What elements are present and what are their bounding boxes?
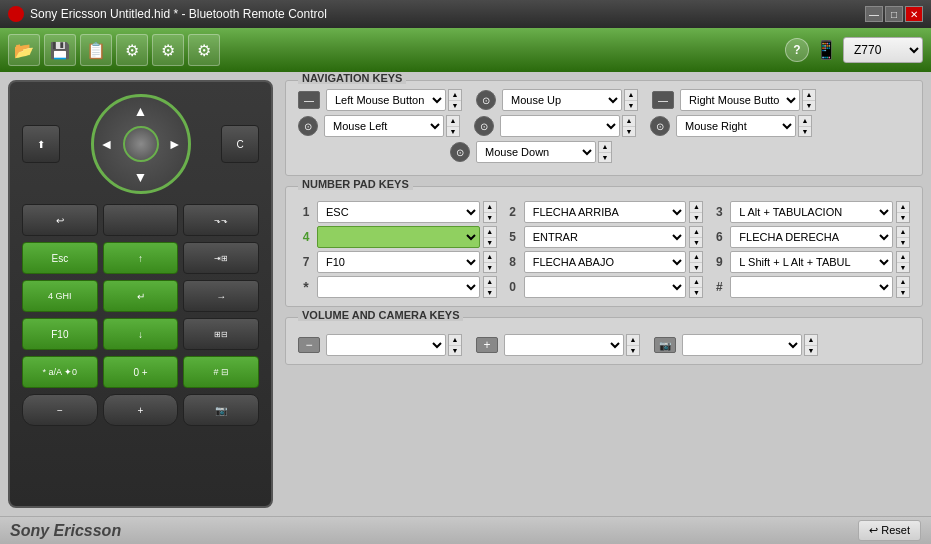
mouse-right-select[interactable]: Mouse Right — [676, 115, 796, 137]
md-spin[interactable]: ▲▼ — [598, 141, 612, 163]
numpad-label-3: 3 — [711, 205, 727, 219]
numpad-cell-0: 0 ▲▼ — [505, 276, 704, 298]
phone-row-1: ↩ ⬎⬎ — [22, 204, 259, 236]
saveas-button[interactable]: 📋 — [80, 34, 112, 66]
phone-up-btn[interactable]: ↑ — [103, 242, 179, 274]
phone-esc-btn[interactable]: Esc — [22, 242, 98, 274]
nav-keys-section: NAVIGATION KEYS — Left Mouse Button ▲▼ ⊙… — [285, 80, 923, 176]
device-select[interactable]: Z770 — [843, 37, 923, 63]
vol-up-group: ▲▼ — [504, 334, 640, 356]
numpad-0-spin[interactable]: ▲▼ — [689, 276, 703, 298]
phone-star-btn[interactable]: * a/A ✦0 — [22, 356, 98, 388]
nav-up-arrow: ▲ — [134, 103, 148, 119]
numpad-star-select[interactable] — [317, 276, 480, 298]
camera-group: ▲▼ — [682, 334, 818, 356]
nav-dropdown-group-rmb: Right Mouse Button ▲▼ — [680, 89, 816, 111]
phone-0plus-btn[interactable]: 0 + — [103, 356, 179, 388]
save-button[interactable]: 💾 — [44, 34, 76, 66]
numpad-star-spin[interactable]: ▲▼ — [483, 276, 497, 298]
phone-newtab-btn[interactable]: ⇥⊞ — [183, 242, 259, 274]
phone-hash-btn[interactable]: # ⊟ — [183, 356, 259, 388]
nav-center-btn[interactable] — [123, 126, 159, 162]
phone-4ghi-btn[interactable]: 4 GHI — [22, 280, 98, 312]
right-mouse-button-select[interactable]: Right Mouse Button — [680, 89, 800, 111]
phone-btn-c[interactable]: C — [221, 125, 259, 163]
numpad-9-spin[interactable]: ▲▼ — [896, 251, 910, 273]
numpad-hash-spin[interactable]: ▲▼ — [896, 276, 910, 298]
phone-icon: 📱 — [815, 39, 837, 61]
numpad-cell-6: 6 FLECHA DERECHA ▲▼ — [711, 226, 910, 248]
numpad-5-spin[interactable]: ▲▼ — [689, 226, 703, 248]
numpad-5-select[interactable]: ENTRAR — [524, 226, 687, 248]
phone-tab-btn[interactable]: ⬎⬎ — [183, 204, 259, 236]
minimize-button[interactable]: — — [865, 6, 883, 22]
numpad-label-0: 0 — [505, 280, 521, 294]
phone-f10-btn[interactable]: F10 — [22, 318, 98, 350]
numpad-4-select[interactable] — [317, 226, 480, 248]
numpad-3-select[interactable]: L Alt + TABULACION — [730, 201, 893, 223]
numpad-title: NUMBER PAD KEYS — [298, 178, 413, 190]
vol-row: − ▲▼ + ▲▼ 📷 ▲▼ — [298, 334, 910, 356]
settings2-button[interactable]: ⚙ — [152, 34, 184, 66]
numpad-3-spin[interactable]: ▲▼ — [896, 201, 910, 223]
right-panel: NAVIGATION KEYS — Left Mouse Button ▲▼ ⊙… — [285, 80, 923, 508]
help-button[interactable]: ? — [785, 38, 809, 62]
open-button[interactable]: 📂 — [8, 34, 40, 66]
vol-up-spin[interactable]: ▲▼ — [626, 334, 640, 356]
numpad-section: NUMBER PAD KEYS 1 ESC ▲▼ 2 FLECHA ARRIBA… — [285, 186, 923, 307]
left-mouse-button-select[interactable]: Left Mouse Button — [326, 89, 446, 111]
phone-voldown-btn[interactable]: − — [22, 394, 98, 426]
center-select[interactable] — [500, 115, 620, 137]
ml-spin[interactable]: ▲▼ — [446, 115, 460, 137]
nav-down-arrow: ▼ — [134, 169, 148, 185]
phone-arrowright-btn[interactable]: → — [183, 280, 259, 312]
numpad-label-8: 8 — [505, 255, 521, 269]
numpad-8-spin[interactable]: ▲▼ — [689, 251, 703, 273]
camera-spin[interactable]: ▲▼ — [804, 334, 818, 356]
titlebar-left: Sony Ericsson Untitled.hid * - Bluetooth… — [8, 6, 327, 22]
mouse-up-select[interactable]: Mouse Up — [502, 89, 622, 111]
numpad-label-2: 2 — [505, 205, 521, 219]
settings3-button[interactable]: ⚙ — [188, 34, 220, 66]
numpad-4-spin[interactable]: ▲▼ — [483, 226, 497, 248]
phone-arrowup-btn[interactable] — [103, 204, 179, 236]
phone-btn-upload[interactable]: ⬆ — [22, 125, 60, 163]
numpad-6-spin[interactable]: ▲▼ — [896, 226, 910, 248]
nav-dropdown-group-md: Mouse Down ▲▼ — [476, 141, 612, 163]
numpad-8-select[interactable]: FLECHA ABAJO — [524, 251, 687, 273]
vol-down-spin[interactable]: ▲▼ — [448, 334, 462, 356]
rmb-spin[interactable]: ▲▼ — [802, 89, 816, 111]
numpad-0-select[interactable] — [524, 276, 687, 298]
close-button[interactable]: ✕ — [905, 6, 923, 22]
phone-camera-btn[interactable]: 📷 — [183, 394, 259, 426]
reset-button[interactable]: ↩ Reset — [858, 520, 921, 541]
numpad-cell-5: 5 ENTRAR ▲▼ — [505, 226, 704, 248]
mouse-down-select[interactable]: Mouse Down — [476, 141, 596, 163]
mu-spin[interactable]: ▲▼ — [624, 89, 638, 111]
phone-back-btn[interactable]: ↩ — [22, 204, 98, 236]
mr-spin[interactable]: ▲▼ — [798, 115, 812, 137]
vol-up-select[interactable] — [504, 334, 624, 356]
numpad-1-select[interactable]: ESC — [317, 201, 480, 223]
numpad-2-spin[interactable]: ▲▼ — [689, 201, 703, 223]
maximize-button[interactable]: □ — [885, 6, 903, 22]
phone-volup-btn[interactable]: + — [103, 394, 179, 426]
numpad-2-select[interactable]: FLECHA ARRIBA — [524, 201, 687, 223]
numpad-1-spin[interactable]: ▲▼ — [483, 201, 497, 223]
phone-enter-btn[interactable]: ↵ — [103, 280, 179, 312]
phone-down-btn[interactable]: ↓ — [103, 318, 179, 350]
camera-select[interactable] — [682, 334, 802, 356]
lmb-spin[interactable]: ▲▼ — [448, 89, 462, 111]
vol-up-icon: + — [476, 337, 498, 353]
numpad-hash-select[interactable] — [730, 276, 893, 298]
numpad-7-spin[interactable]: ▲▼ — [483, 251, 497, 273]
vol-down-select[interactable] — [326, 334, 446, 356]
mouse-left-select[interactable]: Mouse Left — [324, 115, 444, 137]
settings1-button[interactable]: ⚙ — [116, 34, 148, 66]
numpad-label-6: 6 — [711, 230, 727, 244]
center-spin[interactable]: ▲▼ — [622, 115, 636, 137]
phone-screen-btn[interactable]: ⊞⊟ — [183, 318, 259, 350]
numpad-7-select[interactable]: F10 — [317, 251, 480, 273]
numpad-9-select[interactable]: L Shift + L Alt + TABUL — [730, 251, 893, 273]
numpad-6-select[interactable]: FLECHA DERECHA — [730, 226, 893, 248]
